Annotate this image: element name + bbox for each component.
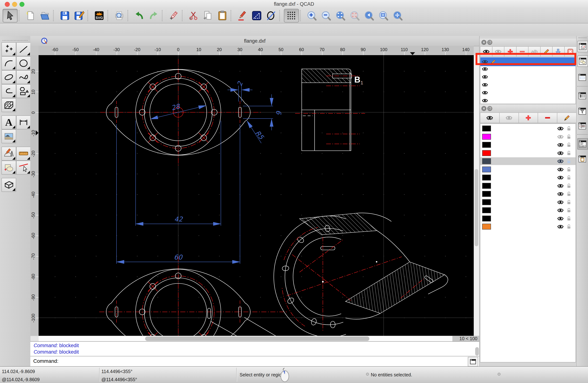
block-row-4[interactable] <box>480 89 575 96</box>
layer-row-title[interactable] <box>480 215 575 222</box>
tool-circle-button[interactable] <box>16 56 31 70</box>
layer-color-swatch[interactable] <box>482 167 491 172</box>
command-history[interactable]: Command: blockeditCommand: blockedit <box>30 341 479 356</box>
layer-lock-icon[interactable] <box>566 199 575 205</box>
layer-visibility-eye-icon[interactable] <box>557 150 566 156</box>
tool-shapes-button[interactable] <box>16 84 31 98</box>
drawing-canvas[interactable]: 28 42 60 2 6 R5 <box>39 55 474 336</box>
layer-lock-icon[interactable] <box>566 167 575 172</box>
layer-visibility-eye-icon[interactable] <box>557 125 566 132</box>
tool-ellipse-button[interactable] <box>1 70 16 84</box>
panel-part-library-toggle-button[interactable] <box>577 121 587 131</box>
tool-points-button[interactable] <box>1 42 16 56</box>
command-history-scrollbar[interactable] <box>475 347 479 356</box>
zoom-window-button[interactable] <box>376 9 391 22</box>
layer-color-swatch[interactable] <box>482 199 491 205</box>
zoom-in-button[interactable] <box>305 9 319 22</box>
panel-selection-filter-toggle-button[interactable] <box>577 106 587 117</box>
remove-layer-button[interactable] <box>538 112 557 123</box>
divide-entity-button[interactable] <box>264 9 278 22</box>
command-dock-button[interactable] <box>468 357 478 366</box>
edit-block-button[interactable] <box>540 46 553 57</box>
float-panel-button[interactable]: ❐ <box>487 106 492 111</box>
canvas-horizontal-scrollbar[interactable] <box>39 336 452 341</box>
hide-all-layers-button[interactable] <box>499 112 519 123</box>
erase-button[interactable] <box>167 9 181 22</box>
panel-block-list-toggle-button[interactable] <box>577 41 588 52</box>
layer-row-border[interactable] <box>480 141 575 149</box>
insert-block-button[interactable] <box>552 46 565 57</box>
layer-visibility-eye-icon[interactable] <box>557 158 566 165</box>
layer-row-0[interactable] <box>480 125 575 132</box>
command-input-row[interactable]: Command: <box>30 356 479 366</box>
layer-visibility-eye-icon[interactable] <box>557 142 566 148</box>
tool-text-button[interactable]: A <box>1 115 16 129</box>
layer-visibility-eye-icon[interactable] <box>557 215 566 222</box>
hide-all-blocks-button[interactable] <box>492 46 504 57</box>
mdi-titlebar[interactable]: flange.dxf <box>30 36 479 46</box>
block-row-1[interactable] <box>480 65 575 73</box>
canvas-vertical-scrollbar[interactable] <box>474 55 479 336</box>
show-all-blocks-button[interactable] <box>480 46 492 57</box>
layer-row-thin2[interactable] <box>480 206 575 214</box>
layer-visibility-eye-icon[interactable] <box>557 166 566 173</box>
vscroll-thumb[interactable] <box>475 169 478 246</box>
layer-lock-icon[interactable] <box>566 150 575 156</box>
tool-line-button[interactable] <box>16 42 31 56</box>
tool-modify-button[interactable] <box>1 147 16 161</box>
block-visibility-eye-icon[interactable] <box>482 74 490 80</box>
tool-measure-button[interactable] <box>16 147 31 161</box>
block-row-0[interactable] <box>480 57 575 66</box>
layer-lock-icon[interactable] <box>566 158 575 164</box>
layer-row-dimensions[interactable] <box>480 166 575 173</box>
layer-row-hatch[interactable] <box>480 174 575 181</box>
float-panel-button[interactable]: ❐ <box>487 40 492 45</box>
layer-lock-icon[interactable] <box>566 134 575 140</box>
block-visibility-eye-icon[interactable] <box>482 89 490 96</box>
pointer-tool-button[interactable] <box>2 9 18 22</box>
print-preview-button[interactable] <box>112 9 126 22</box>
layer-lock-icon[interactable] <box>566 207 575 213</box>
block-row-2[interactable] <box>480 73 575 81</box>
layer-color-swatch[interactable] <box>482 175 491 180</box>
tool-spline-button[interactable] <box>16 70 31 84</box>
block-row-5[interactable] <box>480 97 575 104</box>
layer-lock-icon[interactable] <box>566 191 575 197</box>
hscroll-thumb[interactable] <box>145 337 369 341</box>
redo-button[interactable] <box>147 9 161 22</box>
add-block-button[interactable] <box>504 46 517 57</box>
open-file-button[interactable] <box>38 9 52 22</box>
layer-row-hidden[interactable] <box>480 182 575 190</box>
layer-row-viewports[interactable] <box>480 223 575 231</box>
tool-dimension-button[interactable] <box>16 115 31 129</box>
draw-freehand-button[interactable] <box>235 9 250 22</box>
close-panel-button[interactable]: ✕ <box>482 40 486 45</box>
tool-hatch-button[interactable] <box>1 98 16 112</box>
layer-lock-icon[interactable] <box>566 215 575 221</box>
tool-image-button[interactable] <box>1 129 16 143</box>
zoom-pan-button[interactable] <box>391 9 405 22</box>
zoom-out-button[interactable] <box>319 9 333 22</box>
zoom-selection-button[interactable] <box>348 9 362 22</box>
panel-library-browser-toggle-button[interactable] <box>577 90 587 101</box>
tool-solid-button[interactable] <box>1 178 16 192</box>
layer-color-swatch[interactable] <box>482 126 491 131</box>
edit-layer-button[interactable] <box>557 112 577 123</box>
save-file-as-button[interactable] <box>72 9 86 22</box>
save-file-button[interactable] <box>58 9 72 22</box>
layer-color-swatch[interactable] <box>482 134 491 140</box>
layer-lock-icon[interactable] <box>566 175 575 180</box>
block-visibility-eye-icon[interactable] <box>482 82 490 88</box>
grid-toggle-button[interactable] <box>284 9 299 22</box>
show-all-layers-button[interactable] <box>480 112 500 123</box>
remove-block-button[interactable] <box>516 46 529 57</box>
tool-polyline-button[interactable] <box>1 84 16 98</box>
layer-row-defpoints[interactable] <box>480 157 575 165</box>
panel-command-line-toggle-button[interactable] <box>577 138 588 149</box>
layer-lock-icon[interactable] <box>566 142 575 148</box>
panel-property-editor-toggle-button[interactable] <box>577 72 587 83</box>
layer-row-revision[interactable] <box>480 190 575 198</box>
layer-visibility-eye-icon[interactable] <box>557 199 566 206</box>
layer-lock-icon[interactable] <box>566 224 575 230</box>
panel-clipboard-toggle-button[interactable] <box>577 154 587 164</box>
